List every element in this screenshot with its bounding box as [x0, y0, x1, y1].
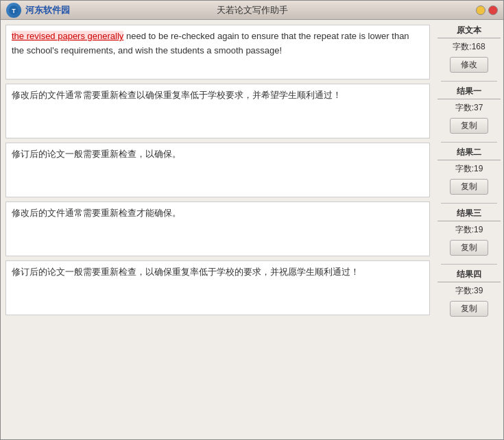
separator-3 [441, 203, 498, 204]
minimize-button[interactable] [476, 5, 485, 15]
result-section-2: 结果二 字数:19 复制 [437, 145, 501, 200]
result-label-3: 结果三 [437, 208, 501, 221]
result-section-3: 结果三 字数:19 复制 [437, 206, 501, 261]
result-label-4: 结果四 [437, 269, 501, 282]
original-char-count: 字数:168 [453, 41, 485, 53]
window-controls [476, 5, 498, 15]
result-text-block-4: 修订后的论文一般需要重新检查，以确保重复率低于学校的要求，并祝愿学生顺利通过！ [5, 260, 430, 315]
main-content: the revised papers generally need to be … [1, 20, 503, 439]
copy-button-2[interactable]: 复制 [450, 179, 488, 195]
title-bar-left: T 河东软件园 [6, 3, 70, 18]
right-panel: 原文本 字数:168 修改 结果一 字数:37 复制 结果二 字数:19 复制 [435, 20, 503, 439]
modify-button[interactable]: 修改 [450, 57, 488, 73]
result-label-2: 结果二 [437, 147, 501, 160]
svg-text:T: T [12, 8, 16, 14]
main-window: T 河东软件园 天若论文写作助手 the revised papers gene… [0, 0, 504, 440]
result-section-1: 结果一 字数:37 复制 [437, 84, 501, 139]
title-bar: T 河东软件园 天若论文写作助手 [1, 1, 503, 20]
separator-2 [441, 142, 498, 143]
window-title: 天若论文写作助手 [217, 4, 288, 16]
result-text-1: 修改后的文件通常需要重新检查以确保重复率低于学校要求，并希望学生顺利通过！ [12, 88, 424, 103]
result-section-4: 结果四 字数:39 复制 [437, 267, 501, 322]
copy-button-3[interactable]: 复制 [450, 240, 488, 256]
highlighted-text: the revised papers generally [12, 31, 123, 41]
result-char-count-4: 字数:39 [455, 285, 483, 297]
separator-1 [441, 81, 498, 82]
result-char-count-2: 字数:19 [455, 163, 483, 175]
original-text-content: the revised papers generally need to be … [12, 29, 424, 58]
result-text-3: 修改后的文件通常需要重新检查才能确保。 [12, 206, 424, 221]
result-text-4: 修订后的论文一般需要重新检查，以确保重复率低于学校的要求，并祝愿学生顺利通过！ [12, 265, 424, 280]
copy-button-1[interactable]: 复制 [450, 118, 488, 134]
close-button[interactable] [488, 5, 498, 15]
result-text-block-2: 修订后的论文一般需要重新检查，以确保。 [5, 143, 430, 197]
result-text-block-1: 修改后的文件通常需要重新检查以确保重复率低于学校要求，并希望学生顺利通过！ [5, 84, 430, 138]
copy-button-4[interactable]: 复制 [450, 301, 488, 317]
brand-label: 河东软件园 [25, 4, 70, 16]
left-panel: the revised papers generally need to be … [1, 20, 435, 439]
app-logo: T [6, 3, 21, 18]
result-text-2: 修订后的论文一般需要重新检查，以确保。 [12, 147, 424, 162]
original-section: 原文本 字数:168 修改 [437, 23, 501, 78]
original-text-block: the revised papers generally need to be … [5, 25, 430, 80]
separator-4 [441, 264, 498, 265]
result-text-block-3: 修改后的文件通常需要重新检查才能确保。 [5, 201, 430, 256]
result-char-count-3: 字数:19 [455, 224, 483, 236]
result-label-1: 结果一 [437, 86, 501, 99]
original-label: 原文本 [437, 25, 501, 38]
result-char-count-1: 字数:37 [455, 102, 483, 114]
